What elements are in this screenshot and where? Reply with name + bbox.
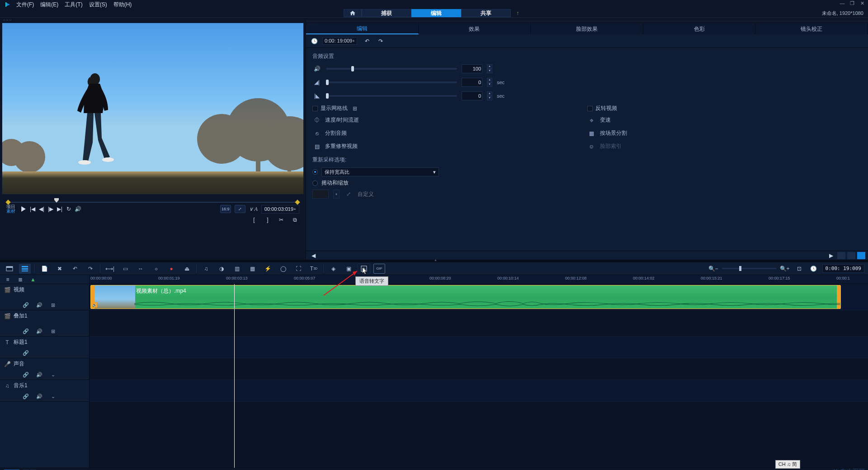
fadeout-input[interactable] — [462, 91, 482, 100]
music-expand-icon[interactable]: ⌄ — [50, 393, 56, 399]
storyboard-view-button[interactable] — [4, 264, 15, 274]
gif-button[interactable]: GIF — [373, 264, 385, 274]
upload-icon[interactable]: ↑ — [511, 9, 524, 17]
mask-button[interactable]: ◈ — [327, 264, 339, 274]
speed-button[interactable]: ⏀速度/时间流逝 — [312, 115, 587, 125]
redo-tl-button[interactable]: ↷ — [85, 264, 96, 274]
go-start-button[interactable]: |◀ — [28, 204, 37, 214]
mode-project-clip-label[interactable]: 项目 素材 — [6, 204, 15, 214]
undo-tl-button[interactable]: ↶ — [69, 264, 81, 274]
fadein-slider[interactable] — [326, 81, 457, 83]
volume-slider[interactable] — [326, 68, 457, 70]
layout-icon-1[interactable] — [837, 252, 845, 259]
menu-file[interactable]: 文件(F) — [16, 1, 34, 9]
volume-button[interactable]: 🔊 — [73, 204, 82, 214]
timeline-view-button[interactable] — [19, 264, 31, 274]
track-head-title[interactable]: T标题1 🔗 — [0, 337, 89, 358]
time-remap-button[interactable]: ◯ — [277, 264, 289, 274]
trim-button[interactable]: ⟷| — [104, 264, 116, 274]
vary-speed-button[interactable]: ⎆变速 — [587, 115, 862, 125]
overlay-lock-icon[interactable]: ⊞ — [50, 328, 56, 334]
timeline-ruler[interactable]: 00:00:00:0000:00:01:1900:00:03:1300:00:0… — [90, 275, 868, 284]
zoom-out-button[interactable]: 🔍− — [708, 264, 719, 274]
reverse-checkbox[interactable] — [587, 106, 593, 111]
pan-zoom-tl-button[interactable]: ⛶ — [292, 264, 304, 274]
cut-button[interactable]: ✂ — [277, 215, 286, 224]
ripple-button[interactable]: ↔ — [135, 264, 146, 274]
zoom-in-button[interactable]: 🔍+ — [779, 264, 791, 274]
record-button[interactable]: ● — [165, 264, 177, 274]
overlay-link-icon[interactable]: 🔗 — [23, 328, 29, 334]
add-media-button[interactable]: 📄 — [38, 264, 50, 274]
tab-edit[interactable]: 编辑 — [411, 9, 461, 17]
split-audio-button[interactable]: ⎋分割音频 — [312, 128, 587, 138]
list-toggle-1[interactable]: ≡ — [4, 276, 12, 283]
volume-spinner[interactable]: ▲▼ — [487, 64, 492, 73]
menu-tools[interactable]: 工具(T) — [65, 1, 82, 9]
chapter-button[interactable]: ▦ — [246, 264, 258, 274]
video-lock-icon[interactable]: ⊞ — [50, 302, 56, 308]
play-button[interactable] — [19, 204, 28, 214]
go-end-button[interactable]: ▶| — [55, 204, 64, 214]
scene-split-button[interactable]: ▦按场景分割 — [587, 128, 862, 138]
tab-home[interactable] — [344, 9, 362, 17]
tab-capture[interactable]: 捕获 — [362, 9, 411, 17]
next-frame-button[interactable]: |▶ — [46, 204, 55, 214]
preview-viewport[interactable] — [2, 23, 304, 195]
fadein-input[interactable] — [462, 78, 482, 87]
horizontal-divider[interactable] — [0, 260, 868, 262]
playhead[interactable] — [234, 284, 235, 468]
music-link-icon[interactable]: 🔗 — [23, 393, 29, 399]
voice-mute-icon[interactable]: 🔊 — [36, 371, 42, 378]
grid-config-icon[interactable]: ⊞ — [351, 105, 359, 112]
ab-button[interactable]: ∨ A — [249, 206, 258, 213]
radio-pan-zoom[interactable] — [312, 180, 318, 186]
aspect-select[interactable]: 保持宽高比▾ — [321, 167, 439, 176]
undo-button[interactable]: ↶ — [363, 37, 372, 46]
motion-button[interactable]: ◑ — [216, 264, 227, 274]
tab-share[interactable]: 共享 — [461, 9, 511, 17]
show-grid-checkbox[interactable] — [312, 106, 318, 111]
radio-keep-aspect[interactable] — [312, 169, 318, 175]
multi-trim-button[interactable]: ▤多重修整视频 — [312, 141, 587, 152]
fadein-spinner[interactable]: ▲▼ — [487, 78, 492, 87]
voice-link-icon[interactable]: 🔗 — [23, 371, 29, 378]
seek-track[interactable] — [7, 198, 298, 203]
project-duration[interactable]: 0:00: 19:009 — [822, 264, 864, 273]
track-head-music[interactable]: ♫音乐1 🔗🔊⌄ — [0, 380, 89, 402]
maximize-button[interactable]: ❐ — [849, 0, 855, 7]
layout-icon-2[interactable] — [847, 252, 855, 259]
video-clip[interactable]: 视频素材（总）.mp4 🔊 — [90, 285, 841, 309]
expand-tracks-button[interactable]: ▲ — [29, 276, 37, 283]
preview-timecode[interactable]: 00:00:03:019￬ — [261, 205, 299, 214]
overlay-mute-icon[interactable]: 🔊 — [36, 328, 42, 334]
track-head-voice[interactable]: 🎤声音 🔗🔊⌄ — [0, 358, 89, 380]
snapshot-button[interactable]: ⧉ — [290, 215, 299, 224]
close-button[interactable]: ✕ — [859, 0, 865, 7]
prop-tab-edit[interactable]: 编辑 — [306, 24, 419, 34]
zoom-slider[interactable] — [722, 268, 776, 269]
3d-title-button[interactable]: T3D — [308, 264, 320, 274]
menu-help[interactable]: 帮助(H) — [113, 1, 132, 9]
mark-in-button[interactable]: [ — [250, 215, 259, 224]
scroll-right-icon[interactable]: ▶ — [826, 251, 835, 260]
voice-expand-icon[interactable]: ⌄ — [50, 371, 56, 378]
menu-settings[interactable]: 设置(S) — [89, 1, 107, 9]
menu-edit[interactable]: 编辑(E) — [40, 1, 58, 9]
minimize-button[interactable]: — — [839, 0, 845, 7]
prop-tab-face[interactable]: 脸部效果 — [531, 24, 643, 34]
loop-button[interactable]: ↻ — [64, 204, 73, 214]
layout-icon-3[interactable] — [857, 252, 865, 259]
crop-button[interactable]: ▭ — [119, 264, 131, 274]
prop-tab-lens[interactable]: 镜头校正 — [755, 24, 868, 34]
list-toggle-2[interactable]: ≣ — [16, 276, 24, 283]
prop-tab-effect[interactable]: 效果 — [419, 24, 531, 34]
fit-project-button[interactable]: ⊡ — [793, 264, 805, 274]
auto-music-button[interactable]: ♫ — [200, 264, 212, 274]
speech-to-text-button[interactable]: 语音转文字 — [358, 264, 370, 274]
volume-input[interactable] — [462, 64, 482, 73]
music-mute-icon[interactable]: 🔊 — [36, 393, 42, 399]
redo-button[interactable]: ↷ — [376, 37, 385, 46]
aspect-ratio-button[interactable]: 16:9 — [220, 205, 231, 213]
track-lanes[interactable]: 视频素材（总）.mp4 🔊 — [90, 284, 868, 468]
